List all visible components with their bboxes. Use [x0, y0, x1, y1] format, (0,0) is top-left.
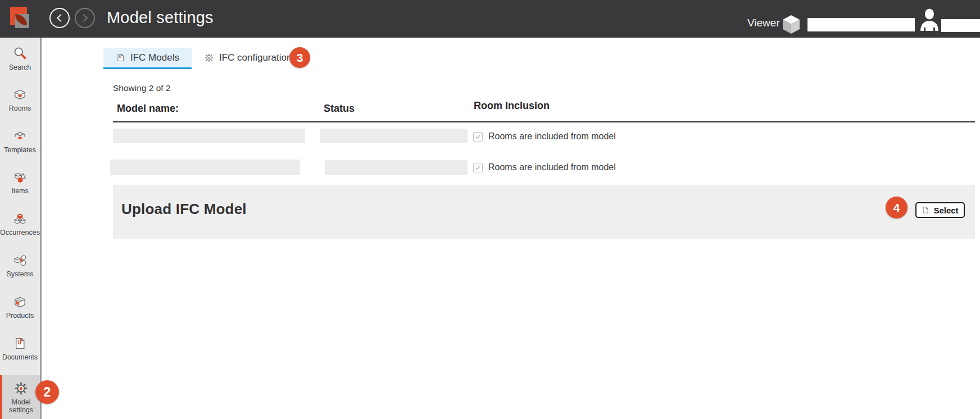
annotation-step-badge: 3 — [289, 47, 310, 68]
app-window: Model settings Viewer Search — [0, 0, 980, 419]
sidebar-item-label: Model settings — [2, 398, 40, 414]
model-name-placeholder — [113, 129, 305, 143]
forward-button[interactable] — [75, 8, 95, 28]
tab-ifc-configuration[interactable]: IFC configuration — [192, 48, 304, 67]
table-header-divider — [113, 121, 975, 122]
table-row-room-inclusion: Rooms are included from model — [473, 131, 616, 142]
page-title: Model settings — [107, 8, 214, 27]
gear-icon — [204, 53, 214, 63]
viewer-label: Viewer — [747, 17, 780, 29]
chevron-right-icon — [80, 14, 88, 22]
table-row-room-inclusion: Rooms are included from model — [473, 162, 616, 172]
results-count-text: Showing 2 of 2 — [113, 83, 171, 93]
upload-ifc-model-section: Upload IFC Model Select — [113, 185, 975, 239]
sidebar-item-label: Documents — [2, 353, 38, 361]
select-file-button[interactable]: Select — [915, 202, 965, 218]
templates-icon — [12, 129, 28, 144]
annotation-step-badge: 2 — [35, 380, 59, 404]
checkmark-icon — [475, 165, 481, 171]
column-header-status: Status — [324, 103, 355, 115]
checkmark-icon — [475, 134, 481, 140]
sidebar-item-label: Items — [11, 187, 29, 195]
sidebar-item-search[interactable]: Search — [0, 44, 40, 85]
sidebar-item-products[interactable]: Products — [0, 293, 40, 334]
sidebar-item-documents[interactable]: Documents — [0, 334, 40, 375]
sidebar-item-rooms[interactable]: Rooms — [0, 85, 40, 127]
redacted-project-name-box — [807, 18, 915, 31]
user-account-icon[interactable] — [918, 7, 941, 34]
products-icon — [12, 295, 28, 309]
sidebar-item-label: Occurrences — [0, 229, 40, 236]
tab-ifc-models[interactable]: IFC Models — [103, 48, 192, 67]
sidebar-item-items[interactable]: Items — [0, 168, 40, 210]
items-icon — [12, 170, 28, 185]
sidebar-item-model-settings[interactable]: Model settings — [0, 375, 40, 419]
column-header-room-inclusion: Room Inclusion — [474, 100, 550, 112]
rooms-icon — [12, 88, 28, 102]
back-button[interactable] — [49, 8, 70, 28]
sidebar-item-label: Templates — [4, 146, 36, 154]
annotation-step-badge: 4 — [886, 197, 908, 218]
room-inclusion-label: Rooms are included from model — [488, 131, 616, 142]
model-name-placeholder — [110, 160, 300, 175]
tab-label: IFC configuration — [219, 52, 292, 63]
app-logo[interactable] — [10, 7, 34, 30]
sidebar-item-occurrences[interactable]: Occurrences — [0, 210, 40, 251]
column-header-model-name: Model name: — [117, 103, 179, 115]
rooms-included-checkbox[interactable] — [473, 163, 483, 172]
occurrences-icon — [12, 212, 28, 226]
sidebar-item-templates[interactable]: Templates — [0, 127, 40, 168]
search-icon — [12, 46, 28, 61]
chevron-left-icon — [57, 14, 65, 22]
tab-label: IFC Models — [130, 52, 179, 63]
gear-icon — [13, 381, 29, 396]
3d-cube-icon[interactable] — [782, 14, 801, 37]
tab-bar: IFC Models IFC configuration — [103, 48, 304, 67]
sidebar-item-label: Products — [6, 312, 34, 320]
select-button-label: Select — [933, 206, 958, 215]
file-icon — [922, 206, 929, 215]
documents-icon — [13, 336, 27, 351]
redacted-username-box — [941, 19, 980, 32]
top-header-bar: Model settings Viewer — [0, 0, 980, 38]
sidebar-item-label: Search — [9, 63, 31, 71]
systems-icon — [12, 253, 28, 268]
sidebar-item-systems[interactable]: Systems — [0, 251, 40, 293]
sidebar-item-label: Systems — [7, 270, 34, 278]
ifc-models-document-icon — [116, 52, 125, 63]
status-placeholder — [325, 160, 468, 175]
status-placeholder — [320, 129, 468, 143]
upload-section-heading: Upload IFC Model — [121, 201, 247, 218]
rooms-included-checkbox[interactable] — [473, 132, 483, 142]
sidebar-item-label: Rooms — [9, 104, 31, 112]
sidebar-nav: Search Rooms Templates Ite — [0, 38, 42, 419]
room-inclusion-label: Rooms are included from model — [488, 162, 616, 172]
